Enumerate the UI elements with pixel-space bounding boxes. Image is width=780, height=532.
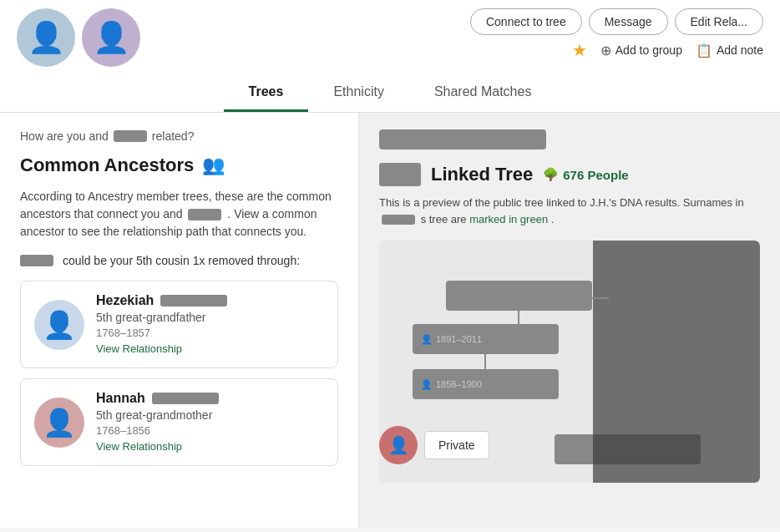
tree-node-3: 👤 1858–1900 xyxy=(413,369,559,399)
tree-node-1 xyxy=(446,281,592,311)
main-content: How are you and related? Common Ancestor… xyxy=(0,113,780,528)
private-node: 👤 Private xyxy=(379,426,489,464)
avatar-user: 👤 xyxy=(17,8,75,67)
primary-buttons: Connect to tree Message Edit Rela... xyxy=(470,8,763,35)
tab-trees[interactable]: Trees xyxy=(224,74,309,112)
marked-green-text: marked in green xyxy=(469,213,548,225)
tree-node-2: 👤 1891–2011 xyxy=(413,324,559,354)
ancestor-relation-0: 5th great-grandfather xyxy=(96,311,324,324)
people-badge: 🌳 676 People xyxy=(543,167,628,182)
connector-h1 xyxy=(592,297,609,299)
tree-icon: 🌳 xyxy=(543,167,559,182)
match-name-bar xyxy=(379,129,546,149)
private-avatar: 👤 xyxy=(379,426,418,464)
add-to-group-button[interactable]: ⊕ Add to group xyxy=(600,43,682,58)
ancestor-avatar-0: 👤 xyxy=(34,300,84,350)
plus-icon: ⊕ xyxy=(600,43,611,58)
ancestors-icon: 👥 xyxy=(202,155,225,176)
header-row: 👤 👤 Connect to tree Message Edit Rela...… xyxy=(0,0,780,70)
name-redacted xyxy=(114,130,147,142)
private-label: Private xyxy=(424,431,489,459)
lastname-redacted-1 xyxy=(152,393,219,404)
tree-visualization: 👤 1891–2011 👤 1858–1900 👤 Private xyxy=(379,241,760,483)
left-avatars: 👤 👤 xyxy=(17,8,140,67)
lastname-redacted-0 xyxy=(160,295,227,307)
left-panel: How are you and related? Common Ancestor… xyxy=(0,113,359,528)
avatar-match: 👤 xyxy=(82,8,140,67)
secondary-actions: ★ ⊕ Add to group 📋 Add note xyxy=(572,40,763,60)
tab-shared-matches[interactable]: Shared Matches xyxy=(409,74,557,112)
linked-tree-title: Linked Tree xyxy=(431,164,533,185)
person-female-icon: 👤 xyxy=(43,407,76,438)
ancestor-years-0: 1768–1857 xyxy=(96,327,324,339)
common-ancestors-title: Common Ancestors 👥 xyxy=(20,155,338,176)
tree-name-redacted xyxy=(379,163,421,186)
linked-tree-header: Linked Tree 🌳 676 People xyxy=(379,163,760,186)
edit-relationship-button[interactable]: Edit Rela... xyxy=(675,8,763,35)
add-note-button[interactable]: 📋 Add note xyxy=(696,43,763,58)
right-panel: Linked Tree 🌳 676 People This is a previ… xyxy=(359,113,780,528)
view-relationship-link-0[interactable]: View Relationship xyxy=(96,342,182,355)
right-actions: Connect to tree Message Edit Rela... ★ ⊕… xyxy=(470,8,763,60)
top-section: 👤 👤 Connect to tree Message Edit Rela...… xyxy=(0,0,780,113)
description-text: According to Ancestry member trees, thes… xyxy=(20,188,338,241)
how-related-text: How are you and related? xyxy=(20,129,338,143)
ancestor-avatar-1: 👤 xyxy=(34,398,84,448)
ancestor-info-1: Hannah 5th great-grandmother 1768–1856 V… xyxy=(96,391,324,453)
tree-description: This is a preview of the public tree lin… xyxy=(379,195,760,227)
connect-to-tree-button[interactable]: Connect to tree xyxy=(470,8,582,35)
ancestor-name-1: Hannah xyxy=(96,391,324,406)
tabs-row: Trees Ethnicity Shared Matches xyxy=(0,74,780,113)
message-button[interactable]: Message xyxy=(589,8,668,35)
view-relationship-link-1[interactable]: View Relationship xyxy=(96,440,182,453)
star-icon[interactable]: ★ xyxy=(572,40,587,60)
ancestor-years-1: 1768–1856 xyxy=(96,424,324,437)
ancestor-relation-1: 5th great-grandmother xyxy=(96,408,324,422)
ancestor-card-0: 👤 Hezekiah 5th great-grandfather 1768–18… xyxy=(20,281,338,368)
ancestor-info-0: Hezekiah 5th great-grandfather 1768–1857… xyxy=(96,293,324,356)
tree-overlay xyxy=(593,241,760,483)
name-redacted-3 xyxy=(20,255,53,266)
ancestor-card-1: 👤 Hannah 5th great-grandmother 1768–1856… xyxy=(20,378,338,466)
could-be-text: could be your 5th cousin 1x removed thro… xyxy=(20,254,338,267)
note-icon: 📋 xyxy=(696,43,712,58)
ancestor-name-0: Hezekiah xyxy=(96,293,324,308)
name-redacted-2 xyxy=(188,209,221,220)
person-male-icon: 👤 xyxy=(43,309,76,341)
name-redacted-right xyxy=(382,215,415,225)
tab-ethnicity[interactable]: Ethnicity xyxy=(308,74,408,112)
